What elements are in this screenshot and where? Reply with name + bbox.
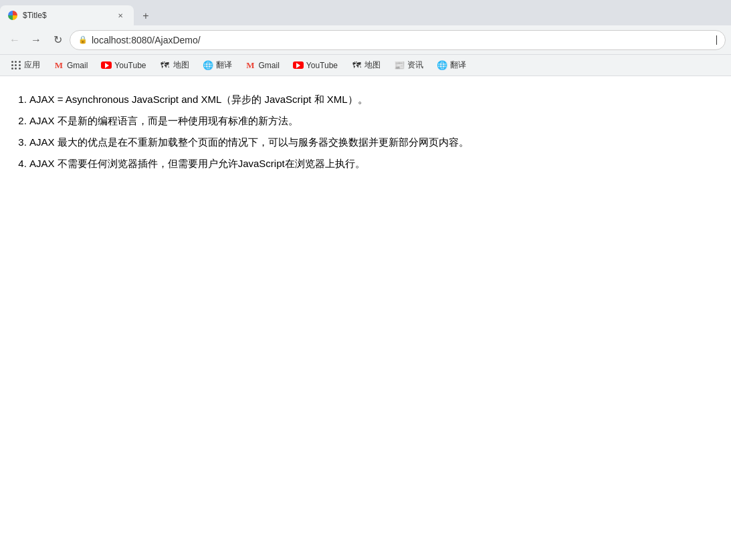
bookmark-apps-label: 应用 (24, 59, 40, 71)
forward-icon: → (31, 34, 41, 46)
address-bar[interactable]: 🔒 localhost:8080/AjaxDemo/ (70, 30, 726, 50)
tab-bar: $Title$ ✕ + (0, 0, 731, 25)
translate-icon-2: 🌐 (437, 60, 447, 71)
list-item: AJAX 不是新的编程语言，而是一种使用现有标准的新方法。 (29, 111, 718, 131)
bookmark-youtube1[interactable]: YouTube (96, 58, 151, 73)
bookmark-translate1-label: 翻译 (216, 59, 232, 71)
translate-icon-1: 🌐 (203, 60, 213, 71)
browser-tab[interactable]: $Title$ ✕ (0, 5, 134, 25)
bookmark-gmail1[interactable]: M Gmail (48, 58, 93, 73)
lock-icon: 🔒 (78, 35, 88, 44)
news-icon: 📰 (394, 60, 405, 71)
bookmark-gmail1-label: Gmail (67, 61, 88, 70)
page-content: AJAX = Asynchronous JavaScript and XML（异… (0, 76, 731, 560)
list-item: AJAX 最大的优点是在不重新加载整个页面的情况下，可以与服务器交换数据并更新部… (29, 132, 718, 152)
gmail-icon-1: M (54, 60, 64, 71)
bookmark-maps2[interactable]: 🗺 地图 (346, 57, 386, 73)
maps-icon-2: 🗺 (351, 60, 362, 71)
bookmark-gmail2[interactable]: M Gmail (240, 58, 285, 73)
bookmark-apps[interactable]: 应用 (5, 57, 45, 73)
back-icon: ← (9, 34, 20, 46)
bookmark-translate2[interactable]: 🌐 翻译 (431, 57, 472, 73)
back-button[interactable]: ← (5, 31, 24, 49)
maps-icon-1: 🗺 (160, 60, 171, 71)
bookmark-news[interactable]: 📰 资讯 (389, 57, 429, 73)
url-display: localhost:8080/AjaxDemo/ (92, 35, 711, 45)
tab-favicon (8, 11, 17, 20)
bookmark-youtube2[interactable]: YouTube (288, 58, 343, 73)
bookmark-youtube1-label: YouTube (114, 61, 146, 70)
browser-frame: $Title$ ✕ + ← → ↻ 🔒 localhost:8080/AjaxD… (0, 0, 731, 560)
tab-title: $Title$ (23, 11, 110, 20)
bookmark-news-label: 资讯 (407, 59, 423, 71)
text-cursor (716, 35, 717, 45)
tab-close-button[interactable]: ✕ (115, 10, 126, 21)
bookmark-maps2-label: 地图 (364, 59, 381, 71)
list-item: AJAX = Asynchronous JavaScript and XML（异… (29, 90, 718, 110)
bookmark-maps1-label: 地图 (173, 59, 189, 71)
bookmark-gmail2-label: Gmail (259, 61, 280, 70)
reload-icon: ↻ (54, 33, 62, 46)
apps-icon (11, 60, 21, 71)
bookmark-maps1[interactable]: 🗺 地图 (154, 57, 195, 73)
youtube-icon-1 (101, 60, 112, 71)
reload-button[interactable]: ↻ (48, 31, 67, 49)
bookmark-translate2-label: 翻译 (450, 59, 466, 71)
list-item: AJAX 不需要任何浏览器插件，但需要用户允许JavaScript在浏览器上执行… (29, 154, 718, 174)
gmail-icon-2: M (245, 60, 256, 71)
forward-button[interactable]: → (27, 31, 45, 49)
toolbar: ← → ↻ 🔒 localhost:8080/AjaxDemo/ (0, 25, 731, 55)
bookmark-youtube2-label: YouTube (306, 61, 338, 70)
bookmarks-bar: 应用 M Gmail YouTube 🗺 地图 🌐 翻译 (0, 55, 731, 76)
youtube-icon-2 (293, 60, 304, 71)
content-list: AJAX = Asynchronous JavaScript and XML（异… (13, 90, 718, 174)
new-tab-button[interactable]: + (136, 7, 155, 25)
bookmark-translate1[interactable]: 🌐 翻译 (197, 57, 237, 73)
